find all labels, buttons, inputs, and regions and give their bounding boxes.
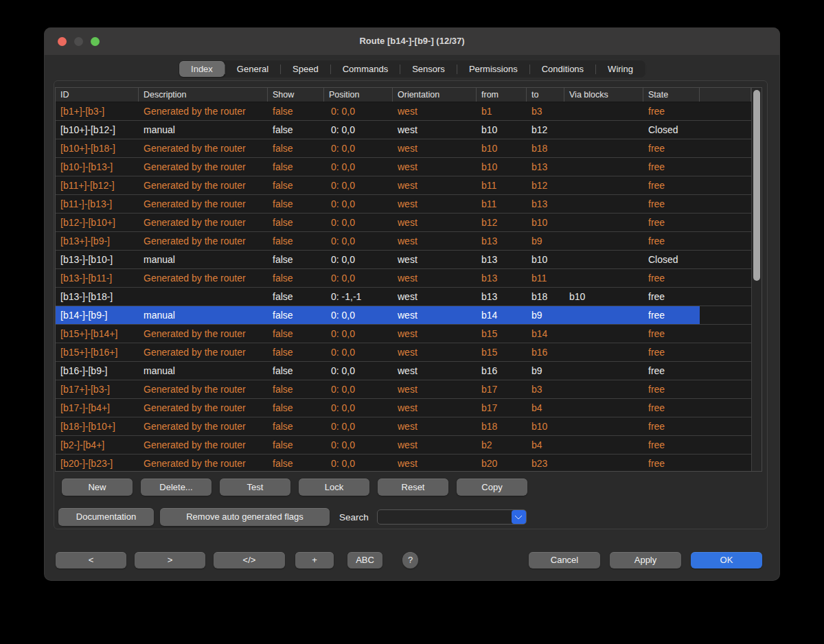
cell-via [564,436,643,454]
table-row[interactable]: [b15+]-[b16+]Generated by the routerfals… [56,343,751,362]
delete-button[interactable]: Delete... [141,479,211,496]
cell-filler [700,176,751,194]
table-row[interactable]: [b13-]-[b11-]Generated by the routerfals… [56,269,751,288]
cell-id: [b18-]-[b10+] [56,417,139,435]
zoom-button[interactable] [91,37,100,46]
tab-permissions[interactable]: Permissions [457,61,529,77]
documentation-button[interactable]: Documentation [58,508,154,526]
code-button[interactable]: </> [214,552,285,568]
search-combobox[interactable] [377,509,527,525]
next-button[interactable]: > [135,552,205,568]
vertical-scrollbar[interactable] [751,88,762,471]
tab-wiring[interactable]: Wiring [596,61,645,77]
table-row[interactable]: [b10+]-[b12-]manualfalse0: 0,0westb10b12… [56,121,751,139]
column-header[interactable]: Via blocks [564,88,643,102]
column-header[interactable]: Description [139,88,268,102]
cell-from: b10 [477,121,527,139]
tab-sensors[interactable]: Sensors [400,61,457,77]
cell-position: 0: 0,0 [324,251,393,268]
table-row[interactable]: [b16-]-[b9-]manualfalse0: 0,0westb16b9fr… [56,362,751,380]
remove-flags-button[interactable]: Remove auto generated flags [160,508,330,526]
table-row[interactable]: [b13+]-[b9-]Generated by the routerfalse… [56,232,751,251]
test-button[interactable]: Test [220,479,290,496]
lock-button[interactable]: Lock [299,479,369,496]
cell-from: b13 [477,232,527,250]
table-row[interactable]: [b2-]-[b4+]Generated by the routerfalse0… [56,436,751,455]
column-header[interactable]: ID [56,88,139,102]
cell-via [564,139,643,157]
cell-id: [b2-]-[b4+] [56,436,139,454]
table-row[interactable]: [b18-]-[b10+]Generated by the routerfals… [56,417,751,436]
help-button[interactable]: ? [402,552,418,568]
table-row[interactable]: [b10+]-[b18-]Generated by the routerfals… [56,139,751,158]
cell-filler [700,399,751,417]
add-button[interactable]: + [295,552,334,568]
cell-from: b15 [477,343,527,361]
cell-description: manual [139,306,268,324]
minimize-button[interactable] [74,37,83,46]
cell-filler [700,195,751,213]
column-header[interactable]: Orientation [393,88,477,102]
new-button[interactable]: New [62,479,133,496]
table-row[interactable]: [b20-]-[b23-]Generated by the routerfals… [56,455,751,472]
tab-conditions[interactable]: Conditions [530,61,595,77]
cell-orientation: west [393,399,477,417]
scrollbar-thumb[interactable] [753,90,760,281]
apply-button[interactable]: Apply [610,552,681,568]
table-row[interactable]: [b14-]-[b9-]manualfalse0: 0,0westb14b9fr… [56,306,751,325]
table-row[interactable]: [b12-]-[b10+]Generated by the routerfals… [56,214,751,232]
cell-state: free [643,195,700,213]
copy-button[interactable]: Copy [457,479,527,496]
ok-button[interactable]: OK [691,552,762,568]
cell-to: b12 [527,176,564,194]
tab-general[interactable]: General [225,61,280,77]
cell-to: b10 [527,251,564,268]
tab-speed[interactable]: Speed [281,61,330,77]
table-row[interactable]: [b17-]-[b4+]Generated by the routerfalse… [56,399,751,417]
cell-filler [700,158,751,176]
cell-state: free [643,269,700,287]
table-row[interactable]: [b13-]-[b18-]false0: -1,-1westb13b18b10f… [56,288,751,306]
cell-show: false [268,288,324,306]
cell-position: 0: 0,0 [324,139,393,157]
column-header[interactable]: Position [324,88,393,102]
cell-show: false [268,269,324,287]
cell-filler [700,417,751,435]
cell-position: 0: 0,0 [324,121,393,139]
tab-commands[interactable]: Commands [331,61,400,77]
cell-state: free [643,343,700,361]
cell-id: [b12-]-[b10+] [56,214,139,231]
table-row[interactable]: [b11+]-[b12-]Generated by the routerfals… [56,176,751,195]
prev-button[interactable]: < [56,552,126,568]
cell-state: Closed [643,121,700,139]
cell-from: b11 [477,195,527,213]
abc-button[interactable]: ABC [347,552,382,568]
chevron-down-icon[interactable] [512,510,526,524]
cell-id: [b20-]-[b23-] [56,455,139,472]
column-header[interactable]: to [527,88,564,102]
routes-table[interactable]: IDDescriptionShowPositionOrientationfrom… [55,87,762,472]
cell-description: Generated by the router [139,343,268,361]
cell-via [564,158,643,176]
cell-via [564,121,643,139]
table-row[interactable]: [b13-]-[b10-]manualfalse0: 0,0westb13b10… [56,251,751,269]
close-button[interactable] [58,37,67,46]
table-row[interactable]: [b17+]-[b3-]Generated by the routerfalse… [56,380,751,399]
cell-id: [b15+]-[b16+] [56,343,139,361]
cancel-button[interactable]: Cancel [529,552,600,568]
table-row[interactable]: [b15+]-[b14+]Generated by the routerfals… [56,325,751,343]
column-header[interactable]: from [477,88,527,102]
titlebar[interactable]: Route [b14-]-[b9-] (12/37) [44,27,780,55]
column-header[interactable]: Show [268,88,324,102]
cell-orientation: west [393,214,477,231]
cell-position: 0: 0,0 [324,195,393,213]
traffic-lights [58,37,100,46]
reset-button[interactable]: Reset [378,479,448,496]
table-row[interactable]: [b1+]-[b3-]Generated by the routerfalse0… [56,102,751,121]
column-header[interactable]: State [643,88,700,102]
cell-to: b23 [527,455,564,472]
tab-index[interactable]: Index [179,61,225,77]
table-row[interactable]: [b10-]-[b13-]Generated by the routerfals… [56,158,751,176]
column-header[interactable] [700,88,751,102]
table-row[interactable]: [b11-]-[b13-]Generated by the routerfals… [56,195,751,214]
